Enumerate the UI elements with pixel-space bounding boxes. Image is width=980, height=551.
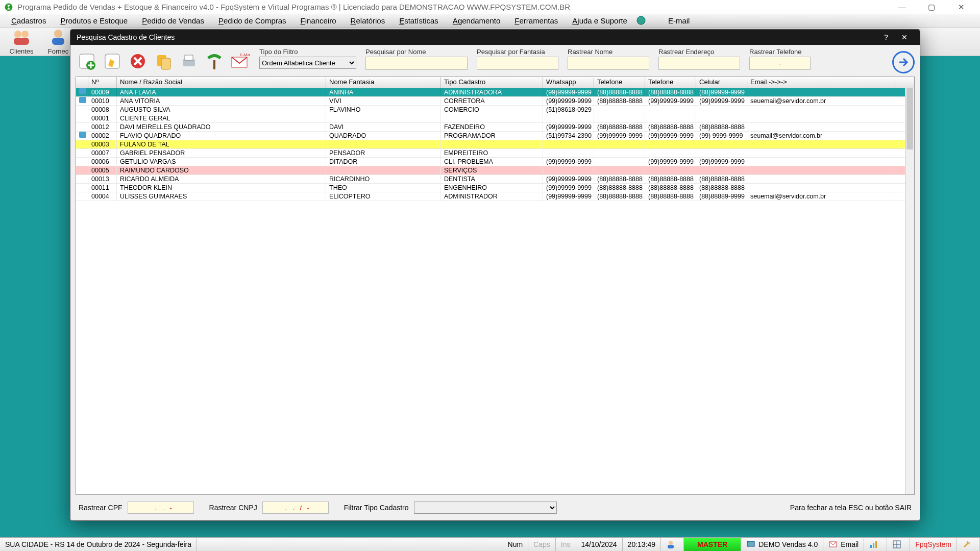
svg-point-17: [669, 541, 673, 545]
track-name-input[interactable]: [568, 57, 649, 70]
table-row[interactable]: 00003FULANO DE TAL: [76, 140, 914, 149]
cell-whatsapp: (99)99999-9999: [543, 123, 594, 131]
toolbar-clientes[interactable]: Clientes: [3, 29, 40, 55]
menu-ferramentas[interactable]: Ferramentas: [507, 16, 565, 25]
table-row[interactable]: 00007GABRIEL PENSADORPENSADOREMPREITEIRO: [76, 149, 914, 158]
track-phone-input[interactable]: [749, 57, 811, 70]
expand-icon[interactable]: [79, 88, 86, 94]
menu-ajuda[interactable]: Ajuda e Suporte: [565, 16, 634, 25]
cell-tel2: (99)99999-9999: [645, 158, 696, 166]
vertical-scrollbar[interactable]: [905, 88, 914, 494]
expand-icon[interactable]: [79, 97, 86, 103]
track-address-input[interactable]: [658, 57, 740, 70]
menu-pedido-compras[interactable]: Pedido de Compras: [211, 16, 293, 25]
cell-tel2: [645, 149, 696, 157]
print-button[interactable]: [178, 50, 200, 72]
filter-tipo-cadastro-label: Filtrar Tipo Cadastro: [344, 504, 409, 512]
chart-icon: [869, 540, 878, 549]
search-fantasia-input[interactable]: [477, 57, 558, 70]
status-fpqsystem[interactable]: FpqSystem: [910, 538, 957, 551]
cell-tel2: (88)88888-8888: [645, 184, 696, 192]
svg-point-0: [5, 3, 13, 11]
arrow-right-icon: [897, 56, 910, 68]
cell-tel1: [594, 158, 645, 166]
table-row[interactable]: 00002FLAVIO QUADRADOQUADRADOPROGRAMADOR(…: [76, 132, 914, 140]
minimize-button[interactable]: —: [887, 0, 917, 14]
table-row[interactable]: 00009ANA FLAVIAANINHAADMINISTRADORA(99)9…: [76, 88, 914, 97]
search-toolbar: E-Mail Tipo do Filtro Ordem Alfabetica C…: [70, 45, 920, 77]
table-row[interactable]: 00013RICARDO ALMEIDARICARDINHODENTISTA(9…: [76, 175, 914, 184]
col-whatsapp[interactable]: Whatsapp: [543, 77, 594, 88]
menu-financeiro[interactable]: Financeiro: [293, 16, 344, 25]
table-row[interactable]: 00004ULISSES GUIMARAESELICOPTEROADMINIST…: [76, 192, 914, 201]
search-name-input[interactable]: [365, 57, 468, 70]
col-tel1[interactable]: Telefone: [594, 77, 645, 88]
col-tipo[interactable]: Tipo Cadastro: [441, 77, 543, 88]
edit-button[interactable]: [101, 50, 124, 72]
filter-tipo-cadastro-select[interactable]: [414, 502, 557, 514]
scrollbar-thumb[interactable]: [906, 88, 913, 149]
menu-email[interactable]: E-mail: [661, 16, 697, 25]
table-row[interactable]: 00011THEODOR KLEINTHEOENGENHEIRO(99)9999…: [76, 184, 914, 192]
col-celular[interactable]: Celular: [696, 77, 747, 88]
close-button[interactable]: ✕: [946, 0, 976, 14]
table-row[interactable]: 00010ANA VITORIAVIVICORRETORA(99)99999-9…: [76, 97, 914, 106]
col-tel2[interactable]: Telefone: [645, 77, 696, 88]
table-row[interactable]: 00001CLIENTE GERAL: [76, 114, 914, 123]
expand-icon[interactable]: [79, 132, 86, 138]
col-nome[interactable]: Nome / Razão Social: [117, 77, 326, 88]
email-button[interactable]: E-Mail: [229, 50, 251, 72]
copy-button[interactable]: [152, 50, 175, 72]
people-icon: [11, 29, 32, 46]
table-row[interactable]: 00005RAIMUNDO CARDOSOSERVIÇOS: [76, 166, 914, 175]
cell-nome: ULISSES GUIMARAES: [117, 192, 326, 201]
menu-pedido-vendas[interactable]: Pedido de Vendas: [135, 16, 211, 25]
dialog-help-button[interactable]: ?: [877, 33, 895, 41]
svg-point-3: [21, 31, 29, 38]
cell-email: [747, 184, 895, 192]
cell-email: [747, 166, 895, 174]
cell-celular: (99)99999-9999: [696, 158, 747, 166]
cell-tipo: ENGENHEIRO: [441, 184, 543, 192]
maximize-button[interactable]: ▢: [917, 0, 946, 14]
status-chart[interactable]: [864, 538, 887, 551]
cell-nome: CLIENTE GERAL: [117, 114, 326, 122]
track-cpf-input[interactable]: [128, 502, 194, 514]
export-button[interactable]: [203, 50, 226, 72]
table-row[interactable]: 00008AUGUSTO SILVAFLAVINHOCOMERCIO(51)98…: [76, 106, 914, 114]
col-expand[interactable]: [76, 77, 88, 88]
search-go-button[interactable]: [892, 51, 915, 73]
status-tool[interactable]: [957, 538, 980, 551]
status-date: 14/10/2024: [576, 538, 623, 551]
status-grid[interactable]: [887, 538, 910, 551]
menu-produtos[interactable]: Produtos e Estoque: [53, 16, 135, 25]
table-row[interactable]: 00012DAVI MEIRELLES QUADRADODAVIFAZENDEI…: [76, 123, 914, 132]
cell-celular: [696, 166, 747, 174]
dialog-close-button[interactable]: ✕: [895, 33, 914, 41]
table-row[interactable]: 00006GETULIO VARGASDITADORCLI. PROBLEMA(…: [76, 158, 914, 166]
table-body: 00009ANA FLAVIAANINHAADMINISTRADORA(99)9…: [76, 88, 914, 201]
col-email[interactable]: Email ->->->: [747, 77, 895, 88]
cell-email: [747, 140, 895, 148]
status-email[interactable]: Email: [823, 538, 864, 551]
delete-button[interactable]: [127, 50, 149, 72]
menu-agendamento[interactable]: Agendamento: [446, 16, 507, 25]
filter-type-label: Tipo do Filtro: [259, 48, 356, 56]
add-button[interactable]: [76, 50, 98, 72]
cell-fantasia: FLAVINHO: [326, 106, 441, 114]
cell-email: [747, 88, 895, 96]
menu-estatisticas[interactable]: Estatísticas: [392, 16, 446, 25]
cell-tel2: [645, 140, 696, 148]
cell-email: [747, 149, 895, 157]
search-clients-dialog: Pesquisa Cadastro de Clientes ? ✕ E-Mail…: [70, 29, 920, 521]
menu-cadastros[interactable]: Cadastros: [4, 16, 53, 25]
cell-celular: (88)88888-8888: [696, 184, 747, 192]
supplier-icon: [48, 29, 68, 46]
cell-tel2: [645, 114, 696, 122]
track-address-group: Rastrear Endereço: [658, 48, 740, 70]
track-cnpj-input[interactable]: [262, 502, 329, 514]
menu-relatorios[interactable]: Relatórios: [344, 16, 393, 25]
col-fantasia[interactable]: Nome Fantasia: [326, 77, 441, 88]
col-num[interactable]: Nº: [88, 77, 117, 88]
filter-type-select[interactable]: Ordem Alfabetica Cliente: [259, 57, 356, 69]
